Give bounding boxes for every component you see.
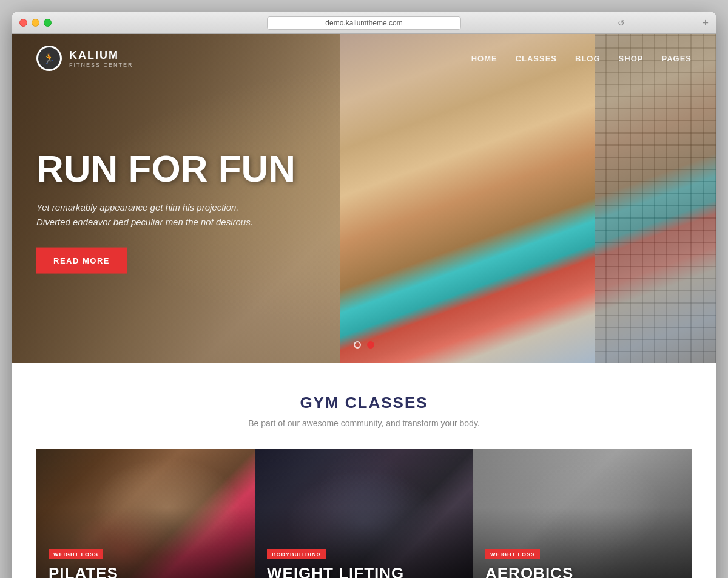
logo: 🏃 KALIUM FITNESS CENTER [36, 46, 133, 71]
logo-symbol: 🏃 [38, 47, 60, 69]
hero-section: 🏃 KALIUM FITNESS CENTER HOME CLASSES BLO… [12, 34, 716, 363]
browser-window: demo.kaliumtheme.com ↺ + 🏃 KALIUM [12, 12, 716, 578]
card-content-1: WEIGHT LOSS PILATES [49, 548, 118, 578]
class-card-aerobics[interactable]: WEIGHT LOSS AEROBICS [473, 449, 692, 578]
new-tab-button[interactable]: + [702, 18, 709, 29]
nav-link-classes[interactable]: CLASSES [516, 54, 557, 63]
titlebar: demo.kaliumtheme.com ↺ + [12, 12, 716, 34]
minimize-button[interactable] [32, 19, 39, 27]
traffic-lights [19, 19, 52, 27]
card-tag-2: BODYBUILDING [267, 549, 326, 559]
logo-name: KALIUM [69, 49, 133, 62]
section-header: GYM CLASSES Be part of our awesome commu… [36, 393, 692, 428]
class-card-weightlifting[interactable]: BODYBUILDING WEIGHT LIFTING [255, 449, 473, 578]
gym-classes-section: GYM CLASSES Be part of our awesome commu… [12, 363, 716, 578]
card-title-3: AEROBICS [485, 564, 573, 578]
hero-title: RUN FOR FUN [36, 149, 295, 188]
hero-content: RUN FOR FUN Yet remarkably appearance ge… [36, 149, 295, 274]
hero-cta-button[interactable]: READ MORE [36, 248, 127, 274]
locker-texture [595, 34, 716, 363]
class-card-pilates[interactable]: WEIGHT LOSS PILATES [36, 449, 255, 578]
slider-dots [354, 341, 374, 348]
section-subtitle: Be part of our awesome community, and tr… [36, 418, 692, 428]
nav-link-shop[interactable]: SHOP [619, 54, 644, 63]
slider-dot-2[interactable] [367, 341, 374, 348]
close-button[interactable] [19, 19, 27, 27]
card-content-3: WEIGHT LOSS AEROBICS [485, 548, 573, 578]
nav-link-pages[interactable]: PAGES [661, 54, 692, 63]
section-title: GYM CLASSES [36, 393, 692, 412]
address-text: demo.kaliumtheme.com [325, 19, 402, 27]
card-title-2: WEIGHT LIFTING [267, 564, 404, 578]
website: 🏃 KALIUM FITNESS CENTER HOME CLASSES BLO… [12, 34, 716, 578]
nav-links: HOME CLASSES BLOG SHOP PAGES [471, 53, 692, 64]
logo-text: KALIUM FITNESS CENTER [69, 49, 133, 68]
address-bar[interactable]: demo.kaliumtheme.com [267, 16, 461, 30]
logo-icon: 🏃 [36, 46, 62, 71]
nav-link-home[interactable]: HOME [471, 54, 497, 63]
logo-tagline: FITNESS CENTER [69, 62, 133, 68]
card-content-2: BODYBUILDING WEIGHT LIFTING [267, 548, 404, 578]
classes-grid: WEIGHT LOSS PILATES BODYBUILDING WEIGHT … [36, 449, 692, 578]
card-tag-3: WEIGHT LOSS [485, 549, 540, 559]
card-tag-1: WEIGHT LOSS [49, 549, 103, 559]
maximize-button[interactable] [44, 19, 52, 27]
hero-subtitle: Yet remarkably appearance get him his pr… [36, 200, 267, 229]
slider-dot-1[interactable] [354, 341, 361, 348]
nav-link-blog[interactable]: BLOG [575, 54, 601, 63]
card-title-1: PILATES [49, 564, 118, 578]
reload-icon[interactable]: ↺ [618, 18, 625, 28]
main-nav: 🏃 KALIUM FITNESS CENTER HOME CLASSES BLO… [12, 34, 716, 83]
